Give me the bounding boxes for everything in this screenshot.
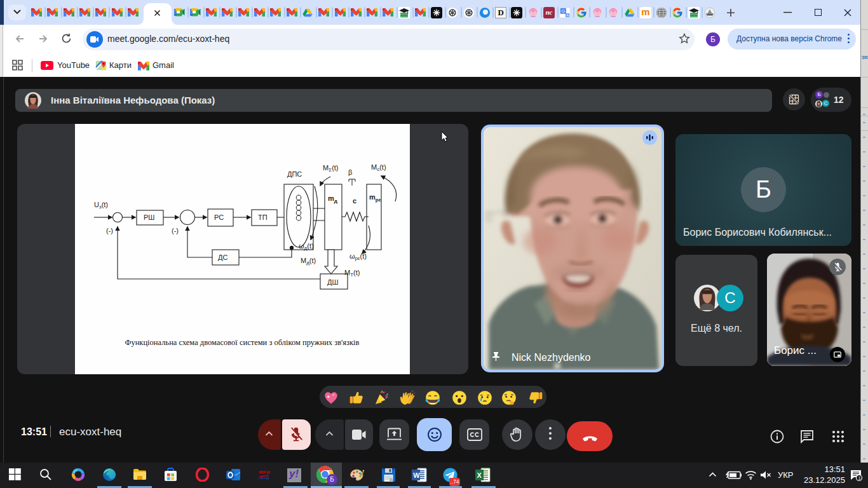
svg-text:β: β [348, 168, 352, 176]
svg-text:MΣ(t): MΣ(t) [323, 164, 339, 173]
svg-text:РС: РС [214, 214, 224, 221]
svg-text:МТ(t): МТ(t) [344, 269, 360, 278]
svg-text:viaa: viaa [595, 15, 600, 18]
svg-text:G: G [562, 8, 566, 14]
svg-text:c: c [353, 197, 356, 205]
svg-text:Mc(t): Mc(t) [371, 163, 386, 172]
svg-text:ωд(t): ωд(t) [299, 242, 314, 251]
svg-text:viaa: viaa [531, 15, 536, 18]
svg-text:Uз(t): Uз(t) [94, 201, 108, 210]
svg-text:21: 21 [390, 478, 393, 482]
svg-text:mрε: mрε [369, 193, 381, 203]
svg-text:A: A [567, 13, 569, 17]
svg-text:Функціональна схема двомасової: Функціональна схема двомасової системи з… [125, 338, 360, 347]
svg-text:W: W [413, 471, 420, 479]
svg-text:ωрε(t): ωрε(t) [349, 252, 367, 261]
svg-text:ДШ: ДШ [327, 278, 339, 286]
svg-text:Mд(t): Mд(t) [301, 257, 316, 266]
svg-text:X: X [477, 471, 482, 479]
svg-text:ФРИ: ФРИ [259, 470, 270, 475]
svg-text:ТП: ТП [258, 214, 268, 221]
svg-text:1: 1 [858, 475, 861, 481]
svg-text:РШ: РШ [144, 214, 154, 221]
svg-text:ДС: ДС [218, 254, 227, 261]
svg-text:viaa: viaa [611, 15, 616, 18]
svg-text:(-): (-) [106, 227, 113, 234]
svg-text:ДПС: ДПС [287, 170, 302, 178]
svg-text:mд: mд [328, 194, 337, 204]
svg-text:(-): (-) [172, 227, 179, 234]
